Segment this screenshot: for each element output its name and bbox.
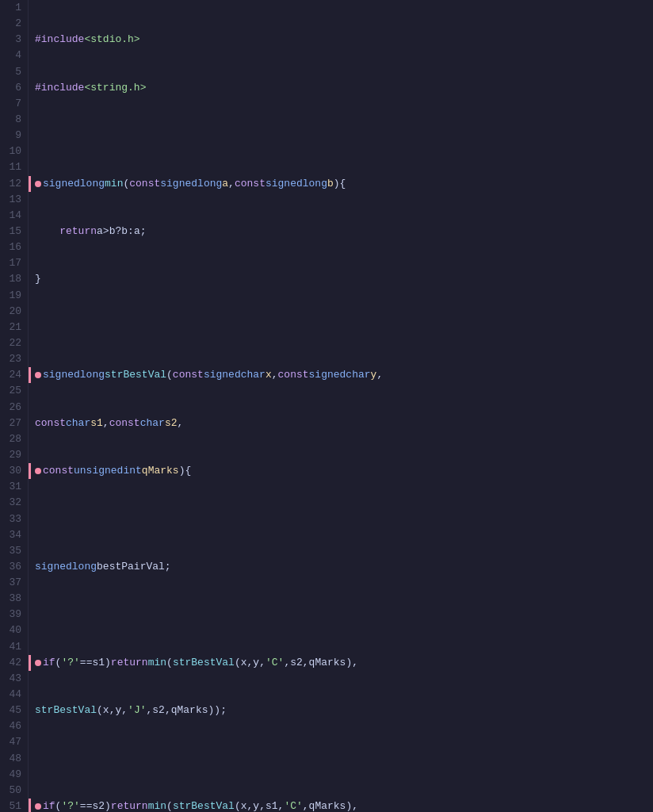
code-line-4: signed long min(const signed long a, con… [35, 176, 647, 192]
code-line-1: #include <stdio.h> [35, 32, 647, 48]
code-line-11 [35, 511, 647, 527]
code-content[interactable]: #include <stdio.h> #include <string.h> s… [29, 0, 653, 812]
code-line-10: const unsigned int qMarks) { [35, 463, 647, 479]
code-line-5: return a > b ? b : a; [35, 224, 647, 239]
code-line-9: const char s1, const char s2, [35, 416, 647, 431]
code-line-7 [35, 320, 647, 335]
code-line-15: strBestVal(x, y, 'J', s2, qMarks)); [35, 703, 647, 718]
code-line-12: signed long bestPairVal; [35, 559, 647, 575]
code-line-3 [35, 128, 647, 144]
line-numbers: 12345 678910 1112131415 1617181920 21222… [0, 0, 29, 812]
code-line-16 [35, 751, 647, 767]
code-line-6: } [35, 271, 647, 287]
code-line-17: if ('?' == s2) return min(strBestVal(x, … [35, 799, 647, 812]
code-line-8: signed long strBestVal(const signed char… [35, 367, 647, 383]
code-editor: 12345 678910 1112131415 1617181920 21222… [0, 0, 653, 812]
code-line-14: if ('?' == s1) return min(strBestVal(x, … [35, 655, 647, 671]
code-line-13 [35, 607, 647, 622]
code-line-2: #include <string.h> [35, 80, 647, 96]
